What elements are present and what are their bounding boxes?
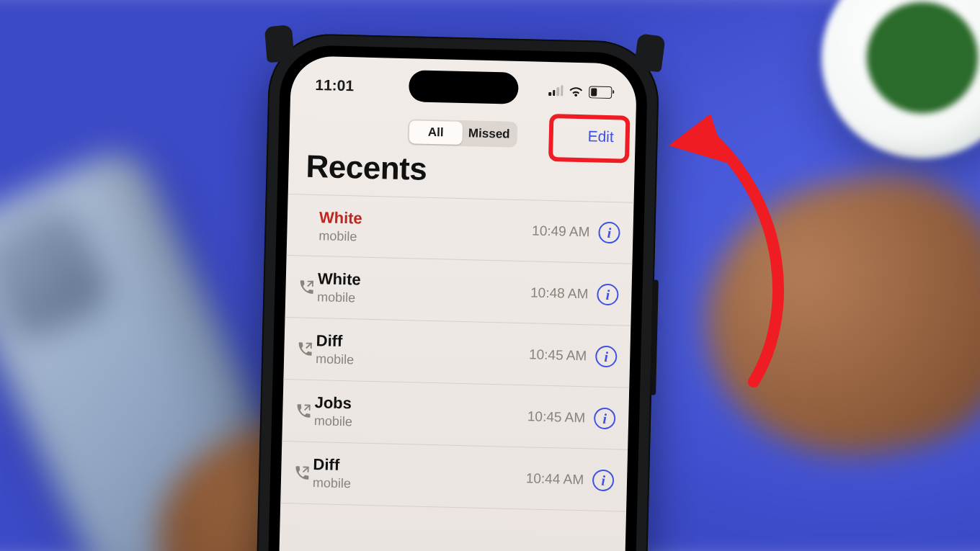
call-type-label: mobile	[314, 413, 527, 434]
call-type-label: mobile	[318, 228, 532, 248]
recents-list[interactable]: Whitemobile10:49 AMi Whitemobile10:48 AM…	[280, 194, 633, 512]
call-type-label: mobile	[317, 290, 530, 310]
info-button[interactable]: i	[597, 283, 619, 305]
filter-segmented-control[interactable]: All Missed	[407, 119, 517, 148]
battery-icon	[589, 86, 612, 99]
wifi-icon	[568, 86, 584, 98]
call-time: 10:48 AM	[530, 285, 589, 302]
phone-device: 11:01 All Missed Edit	[250, 32, 660, 551]
segment-missed[interactable]: Missed	[462, 122, 516, 146]
outgoing-call-icon	[293, 403, 315, 419]
phone-screen: 11:01 All Missed Edit	[273, 55, 637, 551]
call-row[interactable]: Whitemobile10:48 AMi	[285, 256, 632, 326]
outgoing-call-icon	[294, 341, 316, 357]
recents-navbar: All Missed Edit	[289, 113, 636, 153]
cellular-signal-icon	[548, 86, 563, 96]
info-button[interactable]: i	[598, 222, 620, 244]
call-time: 10:45 AM	[529, 346, 587, 364]
call-time: 10:49 AM	[532, 223, 590, 240]
call-row[interactable]: Whitemobile10:49 AMi	[287, 194, 634, 264]
info-button[interactable]: i	[595, 345, 618, 367]
segment-all[interactable]: All	[409, 120, 463, 145]
page-title: Recents	[306, 148, 427, 187]
call-type-label: mobile	[313, 475, 526, 496]
status-bar: 11:01	[290, 68, 637, 109]
call-time: 10:44 AM	[526, 470, 584, 488]
status-time: 11:01	[315, 76, 354, 94]
call-row[interactable]: Diffmobile10:45 AMi	[283, 318, 631, 388]
edit-button[interactable]: Edit	[580, 125, 621, 148]
outgoing-call-icon	[291, 465, 313, 481]
call-icon-placeholder	[298, 225, 319, 225]
outgoing-call-icon	[295, 279, 318, 295]
call-time: 10:45 AM	[527, 408, 586, 426]
info-button[interactable]: i	[592, 469, 615, 491]
call-type-label: mobile	[316, 351, 529, 372]
info-button[interactable]: i	[594, 407, 616, 429]
call-row[interactable]: Diffmobile10:44 AMi	[280, 442, 628, 512]
call-row[interactable]: Jobsmobile10:45 AMi	[282, 380, 629, 450]
